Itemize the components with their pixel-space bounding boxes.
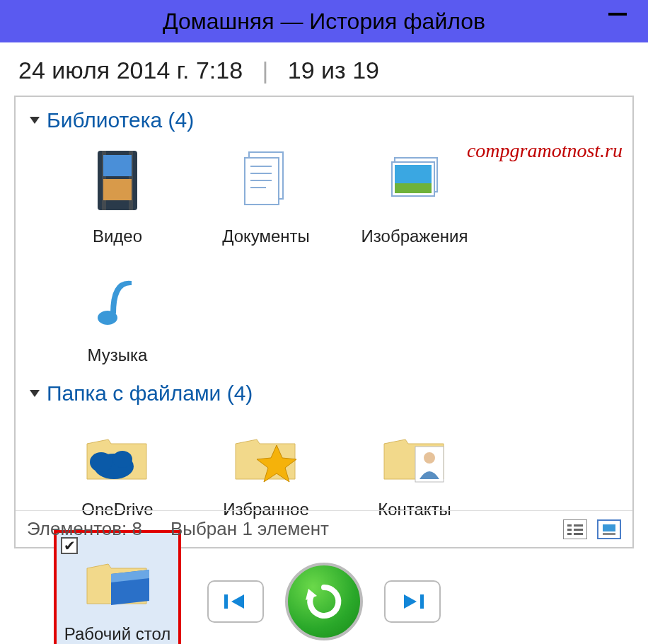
svg-point-18: [112, 451, 132, 468]
svg-rect-24: [574, 529, 583, 531]
svg-rect-27: [603, 524, 615, 531]
svg-rect-14: [395, 183, 432, 193]
item-label: Видео: [54, 226, 181, 247]
documents-icon: [202, 138, 330, 223]
item-favorites[interactable]: Избранное: [202, 411, 330, 520]
status-bar: Элементов: 8 Выбран 1 элемент: [16, 510, 632, 547]
minimize-button[interactable]: [608, 13, 627, 16]
svg-point-17: [90, 452, 112, 472]
svg-rect-3: [103, 155, 132, 176]
item-desktop[interactable]: ✔ Рабочий стол: [54, 530, 181, 644]
svg-rect-28: [603, 533, 615, 535]
info-bar: 24 июля 2014 г. 7:18 | 19 из 19: [0, 42, 648, 91]
view-toggles: [563, 519, 621, 539]
collapse-icon: [30, 117, 40, 124]
onedrive-icon: [54, 411, 181, 496]
group-header-folders[interactable]: Папка с файлами (4): [30, 381, 623, 406]
item-label: Рабочий стол: [57, 623, 178, 644]
item-label: Музыка: [54, 345, 181, 366]
group-title: Папка с файлами (4): [47, 381, 253, 406]
favorites-icon: [202, 411, 330, 496]
group-items-library: Видео Документы: [54, 138, 623, 376]
items-count: Элементов: 8: [27, 518, 142, 540]
separator: |: [250, 57, 282, 84]
item-documents[interactable]: Документы: [202, 138, 330, 247]
item-label: Изображения: [351, 226, 478, 247]
svg-rect-13: [395, 165, 432, 183]
svg-rect-26: [574, 533, 583, 535]
window-title: Домашняя — История файлов: [163, 8, 485, 35]
music-icon: [54, 257, 181, 342]
svg-point-20: [424, 452, 435, 464]
pictures-icon: [351, 138, 478, 223]
svg-rect-25: [567, 533, 572, 535]
svg-rect-22: [574, 524, 583, 527]
snapshot-position: 19 из 19: [288, 57, 379, 84]
svg-point-15: [98, 311, 117, 325]
collapse-icon: [30, 390, 40, 397]
group-header-library[interactable]: Библиотека (4): [30, 108, 623, 132]
watermark: compgramotnost.ru: [467, 139, 623, 162]
icons-view-button[interactable]: [597, 519, 621, 539]
videos-icon: [54, 138, 181, 223]
item-music[interactable]: Музыка: [54, 257, 181, 366]
content-panel: compgramotnost.ru Библиотека (4) Видео: [14, 96, 634, 548]
item-label: Документы: [202, 226, 330, 247]
contacts-icon: [351, 411, 478, 496]
selection-count: Выбран 1 элемент: [170, 518, 329, 540]
svg-rect-4: [103, 179, 132, 200]
details-view-button[interactable]: [563, 519, 587, 539]
title-bar: Домашняя — История файлов: [0, 0, 648, 42]
snapshot-datetime: 24 июля 2014 г. 7:18: [18, 57, 243, 84]
item-onedrive[interactable]: OneDrive: [54, 411, 181, 520]
item-videos[interactable]: Видео: [54, 138, 181, 247]
svg-rect-21: [567, 524, 572, 527]
item-pictures[interactable]: Изображения: [351, 138, 478, 247]
group-title: Библиотека (4): [47, 108, 194, 132]
item-contacts[interactable]: Контакты: [351, 411, 478, 520]
svg-rect-23: [567, 529, 572, 531]
